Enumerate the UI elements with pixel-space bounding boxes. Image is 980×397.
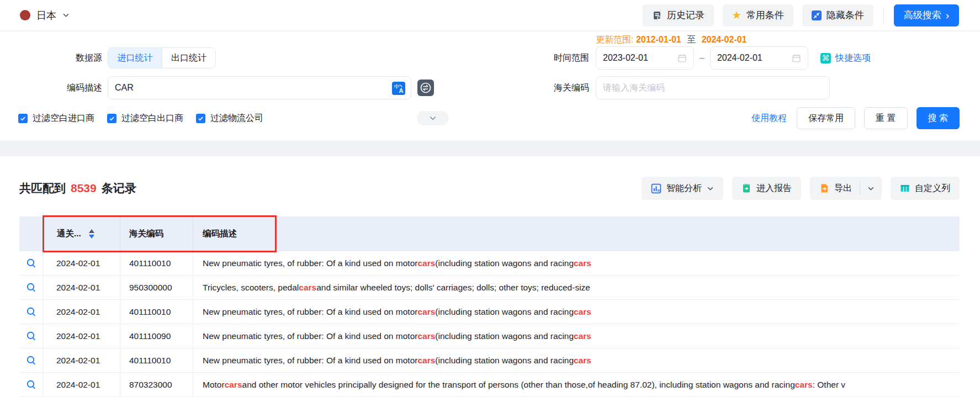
update-range-start: 2012-01-01: [636, 35, 681, 44]
favorites-label: 常用条件: [746, 9, 784, 22]
checkbox-checked-icon: [18, 114, 28, 123]
favorites-button[interactable]: ★ 常用条件: [723, 4, 793, 27]
table-row: 2024-02-01 401110010 New pneumatic tyres…: [19, 300, 960, 324]
checkbox-checked-icon: [107, 114, 116, 123]
swap-button[interactable]: [417, 80, 434, 96]
checkbox-label: 过滤空白出口商: [121, 113, 183, 124]
row-description: New pneumatic tyres, of rubber: Of a kin…: [193, 251, 960, 275]
enter-report-button[interactable]: 进入报告: [732, 177, 801, 200]
table-row: 2024-02-01 950300000 Tricycles, scooters…: [19, 276, 960, 300]
history-button[interactable]: 历史记录: [643, 4, 714, 27]
form-row-code-desc: 编码描述 中A 海关编码: [0, 76, 980, 100]
export-label: 导出: [834, 183, 852, 194]
magnifier-icon: [26, 331, 36, 341]
row-search-button[interactable]: [19, 276, 43, 299]
results-header: 共匹配到 8539 条记录 BI 智能分析 进入报告 导出: [19, 156, 960, 200]
translate-icon[interactable]: 中A: [392, 82, 405, 95]
quick-options-label: 快捷选项: [835, 52, 871, 64]
row-description: New pneumatic tyres, of rubber: Of a kin…: [193, 324, 960, 348]
columns-icon: [900, 183, 910, 193]
header-clearance-date[interactable]: 通关...: [43, 216, 120, 251]
section-divider: [0, 141, 980, 156]
row-search-button[interactable]: [19, 251, 43, 275]
custom-columns-button[interactable]: 自定义列: [891, 177, 960, 200]
results-table: 通关... 海关编码 编码描述 2024-02-01 401110010 New…: [19, 216, 960, 397]
table-header-row: 通关... 海关编码 编码描述: [19, 216, 960, 251]
table-row: 2024-02-01 401110010 New pneumatic tyres…: [19, 251, 960, 276]
update-range: 更新范围: 2012-01-01 至 2024-02-01: [596, 34, 747, 46]
row-date: 2024-02-01: [43, 324, 120, 348]
arrow-right-icon: ›: [946, 10, 949, 20]
row-search-button[interactable]: [19, 373, 43, 396]
row-hs-code: 401110010: [120, 300, 193, 324]
date-end-input[interactable]: 2024-02-01: [710, 46, 808, 70]
row-date: 2024-02-01: [43, 276, 120, 299]
collapse-form-button[interactable]: [417, 111, 449, 125]
table-row: 2024-02-01 401110010 New pneumatic tyres…: [19, 348, 960, 373]
row-date: 2024-02-01: [43, 251, 120, 275]
magnifier-icon: [26, 258, 36, 268]
search-form: 更新范围: 2012-01-01 至 2024-02-01 数据源 进口统计 出…: [0, 31, 980, 141]
row-date: 2024-02-01: [43, 373, 120, 396]
time-range-group: 时间范围 2023-02-01 – 2024-02-01 ⌘ 快捷选项: [549, 46, 871, 70]
tutorial-link[interactable]: 使用教程: [751, 113, 787, 124]
command-icon: ⌘: [820, 53, 831, 63]
date-start-input[interactable]: 2023-02-01: [596, 46, 694, 70]
checkbox-filter-blank-importer[interactable]: 过滤空白进口商: [18, 113, 94, 124]
smart-analysis-button[interactable]: BI 智能分析: [642, 177, 723, 200]
collapse-icon: [812, 10, 822, 20]
row-description: Tricycles, scooters, pedal cars and simi…: [193, 276, 960, 299]
row-search-button[interactable]: [19, 300, 43, 324]
magnifier-icon: [26, 379, 36, 390]
row-date: 2024-02-01: [43, 348, 120, 372]
results-count: 8539: [71, 182, 97, 195]
checkbox-label: 过滤物流公司: [210, 113, 263, 124]
hs-code-input[interactable]: [603, 83, 823, 93]
header-icon-column: [19, 216, 43, 251]
chevron-down-icon: [707, 185, 714, 192]
checkbox-filter-logistics[interactable]: 过滤物流公司: [196, 113, 263, 124]
results-actions: BI 智能分析 进入报告 导出 自定义列: [642, 177, 960, 200]
range-dash: –: [700, 53, 704, 63]
form-actions: 使用教程 保存常用 重 置 搜 索: [751, 107, 960, 129]
star-icon: ★: [732, 10, 741, 20]
time-range-label: 时间范围: [549, 52, 589, 64]
row-hs-code: 950300000: [120, 276, 193, 299]
update-range-label: 更新范围:: [596, 35, 633, 44]
country-selector[interactable]: 日本: [20, 9, 70, 22]
code-desc-input[interactable]: [115, 83, 404, 93]
chevron-down-icon: [62, 12, 70, 19]
results-title-suffix: 条记录: [102, 181, 136, 196]
checkbox-label: 过滤空白进口商: [33, 113, 94, 124]
chevron-down-icon: [867, 185, 875, 192]
search-button[interactable]: 搜 索: [917, 107, 960, 129]
reset-button[interactable]: 重 置: [864, 107, 907, 129]
tab-import-stats[interactable]: 进口统计: [108, 48, 162, 68]
advanced-search-button[interactable]: 高级搜索 ›: [894, 4, 959, 27]
tab-export-stats[interactable]: 出口统计: [162, 48, 215, 68]
results-title-prefix: 共匹配到: [19, 181, 66, 196]
row-search-button[interactable]: [19, 348, 43, 372]
export-button[interactable]: 导出: [810, 177, 860, 200]
update-range-end: 2024-02-01: [702, 35, 747, 44]
smart-analysis-label: 智能分析: [666, 183, 702, 194]
row-date: 2024-02-01: [43, 300, 120, 324]
row-hs-code: 401110010: [120, 251, 193, 275]
row-search-button[interactable]: [19, 324, 43, 348]
history-icon: [652, 10, 662, 20]
code-desc-label: 编码描述: [0, 82, 102, 94]
report-icon: [741, 183, 751, 193]
header-code-description: 编码描述: [193, 216, 960, 251]
svg-text:BI: BI: [658, 189, 661, 192]
sort-icon[interactable]: [89, 229, 94, 239]
quick-options-button[interactable]: ⌘ 快捷选项: [820, 52, 871, 64]
chevron-down-icon: [429, 114, 437, 122]
checkbox-filter-blank-exporter[interactable]: 过滤空白出口商: [107, 113, 183, 124]
save-common-button[interactable]: 保存常用: [797, 107, 855, 129]
date-end-value: 2024-02-01: [717, 53, 762, 63]
calendar-icon: [677, 54, 687, 63]
export-split-button: 导出: [810, 177, 882, 200]
form-row-datasource: 数据源 进口统计 出口统计 时间范围 2023-02-01 – 2024-02-…: [0, 46, 980, 70]
export-dropdown-button[interactable]: [860, 177, 882, 200]
hide-conditions-button[interactable]: 隐藏条件: [802, 4, 873, 27]
